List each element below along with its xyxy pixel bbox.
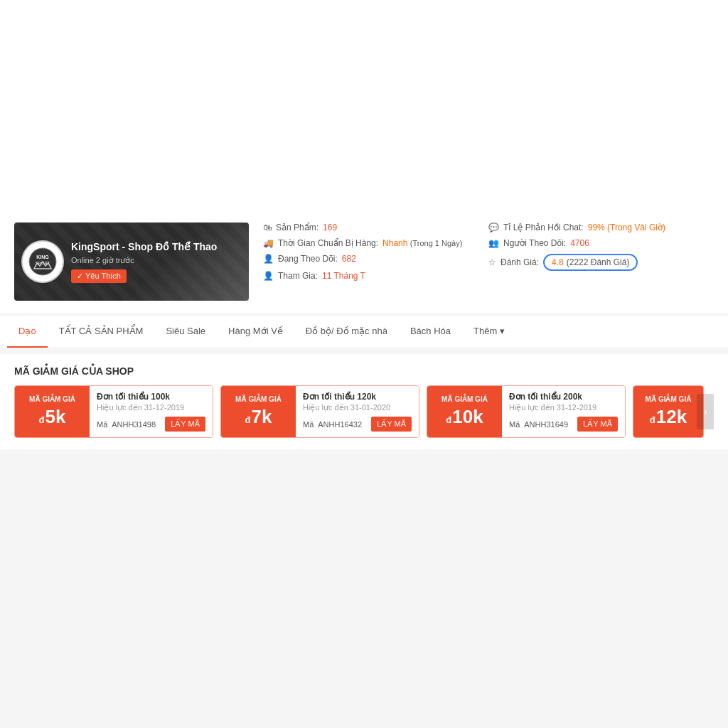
coupon-left-3: MÃ GIẢM GIÁ đ10k (427, 386, 502, 437)
coupon-code-label-3: Mã (509, 420, 520, 429)
ti-le-value: 99% (Trong Vài Giờ) (588, 223, 665, 232)
coupon-section: MÃ GIẢM GIÁ CỦA SHOP MÃ GIẢM GIÁ đ5k Đơn… (0, 354, 728, 449)
coupon-right-1: Đơn tối thiểu 100k Hiệu lực đến 31-12-20… (90, 386, 213, 437)
stats-col-right: 💬 Tỉ Lệ Phản Hồi Chat: 99% (Trong Vài Gi… (488, 223, 714, 271)
coupon-currency-4: đ (650, 414, 655, 425)
coupon-right-2: Đơn tối thiểu 120k Hiệu lực đến 31-01-20… (296, 386, 419, 437)
thoi-gian-value: Nhanh (Trong 1 Ngày) (382, 238, 462, 248)
coupon-code-1: ANHH31498 (112, 420, 156, 429)
stat-tham-gia: 👤 Tham Gia: 11 Tháng T (263, 271, 419, 281)
coupon-currency-3: đ (446, 414, 451, 425)
coupon-title: MÃ GIẢM GIÁ CỦA SHOP (14, 365, 714, 377)
coupon-code-2: ANHH16432 (318, 420, 362, 429)
coupon-label-1: MÃ GIẢM GIÁ (29, 395, 75, 403)
dang-theo-doi-value: 682 (342, 254, 356, 264)
shop-banner: KING SPORT KingSport - Shop Đồ Thể Thao … (14, 223, 249, 301)
coupon-min-2: Đơn tối thiểu 120k (303, 392, 412, 402)
tab-bach-hoa[interactable]: Bách Hóa (399, 316, 462, 348)
coupon-code-row-3: Mã ANHH31649 LẤY MÃ (509, 417, 618, 432)
san-pham-value: 169 (323, 223, 337, 232)
san-pham-label: Sản Phẩm: (276, 223, 318, 232)
follow-icon: 👤 (263, 254, 274, 264)
coupon-right-3: Đơn tối thiểu 200k Hiệu lực đến 31-12-20… (502, 386, 625, 437)
tab-sieu-sale[interactable]: Siêu Sale (154, 316, 217, 348)
coupon-amount-4: đ12k (650, 406, 687, 428)
rating-circle: 4.8 (2222 Đánh Giá) (543, 254, 638, 271)
dang-theo-doi-label: Đang Theo Dõi: (278, 254, 338, 264)
followers-icon: 👥 (488, 238, 499, 248)
follow-check-icon: ✓ (77, 272, 83, 281)
danh-gia-label: Đánh Giá: (500, 257, 539, 267)
coupon-left-2: MÃ GIẢM GIÁ đ7k (221, 386, 296, 437)
chat-icon: 💬 (488, 223, 499, 232)
shop-avatar: KING SPORT (21, 240, 64, 283)
carousel-next-arrow[interactable]: › (697, 394, 714, 429)
coupon-card-3: MÃ GIẢM GIÁ đ10k Đơn tối thiểu 200k Hiệu… (427, 385, 626, 438)
thoi-gian-label: Thời Gian Chuẩn Bị Hàng: (278, 238, 378, 248)
nguoi-theo-doi-value: 4706 (570, 238, 589, 248)
product-icon: 🛍 (263, 223, 272, 232)
coupon-code-label-2: Mã (303, 420, 314, 429)
follow-label: Yêu Thích (85, 272, 121, 280)
stat-ti-le: 💬 Tỉ Lệ Phản Hồi Chat: 99% (Trong Vài Gi… (488, 223, 714, 232)
coupon-btn-2[interactable]: LẤY MÃ (371, 417, 412, 432)
stat-dang-theo-doi: 👤 Đang Theo Dõi: 682 (263, 254, 488, 264)
coupon-code-label-1: Mã (97, 420, 107, 429)
stat-san-pham: 🛍 Sản Phẩm: 169 (263, 223, 488, 232)
tab-tat-ca[interactable]: TẤT CẢ SẢN PHẨM (48, 316, 155, 348)
svg-text:KING: KING (36, 255, 49, 259)
shop-follow-button[interactable]: ✓ Yêu Thích (71, 269, 127, 283)
shipping-icon: 🚚 (263, 238, 274, 248)
shop-info-text: KingSport - Shop Đồ Thể Thao Online 2 gi… (71, 240, 217, 282)
coupon-label-3: MÃ GIẢM GIÁ (441, 395, 488, 403)
tab-hang-moi[interactable]: Hàng Mới Về (217, 316, 294, 348)
join-icon: 👤 (263, 271, 274, 281)
shop-online: Online 2 giờ trước (71, 256, 217, 265)
coupon-amount-1: đ5k (39, 406, 66, 428)
coupon-currency-2: đ (245, 414, 251, 425)
stat-thoi-gian: 🚚 Thời Gian Chuẩn Bị Hàng: Nhanh (Trong … (263, 238, 488, 248)
coupon-label-2: MÃ GIẢM GIÁ (235, 395, 282, 403)
top-space (0, 0, 728, 210)
coupon-valid-1: Hiệu lực đến 31-12-2019 (97, 403, 205, 412)
shop-name: KingSport - Shop Đồ Thể Thao (71, 240, 217, 253)
coupon-card-2: MÃ GIẢM GIÁ đ7k Đơn tối thiểu 120k Hiệu … (220, 385, 419, 438)
tab-dao[interactable]: Dạo (7, 316, 48, 348)
stat-danh-gia: ☆ Đánh Giá: 4.8 (2222 Đánh Giá) (488, 254, 714, 271)
tab-do-bo[interactable]: Đồ bộ/ Đồ mặc nhà (294, 316, 399, 348)
rating-value: 4.8 (552, 257, 564, 267)
coupon-card-1: MÃ GIẢM GIÁ đ5k Đơn tối thiểu 100k Hiệu … (14, 385, 213, 438)
tab-them[interactable]: Thêm ▾ (462, 316, 516, 348)
page-wrapper: KING SPORT KingSport - Shop Đồ Thể Thao … (0, 0, 728, 728)
tham-gia-label: Tham Gia: (278, 271, 318, 281)
coupon-amount-3: đ10k (446, 406, 483, 428)
coupon-code-3: ANHH31649 (524, 420, 568, 429)
nav-tabs: Dạo TẤT CẢ SẢN PHẨM Siêu Sale Hàng Mới V… (0, 316, 728, 348)
shop-stats: 🛍 Sản Phẩm: 169 🚚 Thời Gian Chuẩn Bị Hàn… (263, 223, 714, 281)
shop-header: KING SPORT KingSport - Shop Đồ Thể Thao … (0, 210, 728, 314)
coupon-code-row-1: Mã ANHH31498 LẤY MÃ (97, 417, 205, 432)
coupon-min-1: Đơn tối thiểu 100k (97, 392, 205, 402)
nguoi-theo-doi-label: Người Theo Dõi: (503, 238, 566, 248)
stats-col-tham-gia: 👤 Tham Gia: 11 Tháng T (263, 271, 419, 281)
coupon-btn-1[interactable]: LẤY MÃ (165, 417, 205, 432)
ti-le-label: Tỉ Lệ Phản Hồi Chat: (503, 223, 584, 232)
bottom-space (0, 449, 728, 677)
coupon-valid-3: Hiệu lực đến 31-12-2019 (509, 403, 618, 412)
coupon-btn-3[interactable]: LẤY MÃ (577, 417, 618, 432)
shop-logo-icon: KING SPORT (28, 247, 57, 276)
stats-col-left: 🛍 Sản Phẩm: 169 🚚 Thời Gian Chuẩn Bị Hàn… (263, 223, 488, 271)
coupon-valid-2: Hiệu lực đến 31-01-2020 (303, 403, 412, 412)
rating-count: (2222 Đánh Giá) (567, 257, 630, 267)
coupon-amount-2: đ7k (245, 406, 272, 428)
coupon-left-4: MÃ GIẢM GIÁ đ12k (633, 386, 703, 437)
coupon-code-row-2: Mã ANHH16432 LẤY MÃ (303, 417, 412, 432)
coupon-card-4: MÃ GIẢM GIÁ đ12k (633, 385, 704, 438)
coupon-label-4: MÃ GIẢM GIÁ (646, 395, 692, 403)
coupon-list: MÃ GIẢM GIÁ đ5k Đơn tối thiểu 100k Hiệu … (14, 385, 714, 438)
coupon-currency-1: đ (39, 414, 45, 425)
coupon-left-1: MÃ GIẢM GIÁ đ5k (15, 386, 90, 437)
star-icon: ☆ (488, 257, 496, 267)
stat-nguoi-theo-doi: 👥 Người Theo Dõi: 4706 (488, 238, 714, 248)
tham-gia-value: 11 Tháng T (322, 271, 365, 281)
